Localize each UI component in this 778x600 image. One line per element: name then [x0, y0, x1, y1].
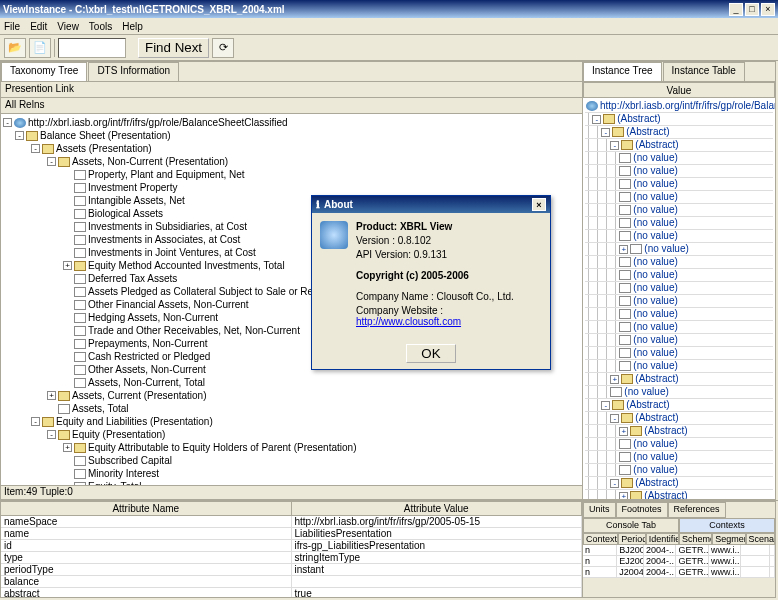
attribute-row[interactable]: periodTypeinstant: [1, 564, 582, 576]
instance-tree-item[interactable]: │ │ │ │ (no value): [585, 334, 773, 347]
presentation-link-header: Presention Link: [1, 82, 582, 98]
search-input[interactable]: [58, 38, 126, 58]
tab-instance-table[interactable]: Instance Table: [663, 62, 745, 81]
instance-tree-item[interactable]: │ │ │ │ (no value): [585, 308, 773, 321]
expand-toggle[interactable]: -: [601, 401, 610, 410]
instance-tree-item[interactable]: │ │ │ -(Abstract): [585, 139, 773, 152]
instance-tree-item[interactable]: │ │ -(Abstract): [585, 399, 773, 412]
menu-view[interactable]: View: [57, 21, 79, 32]
menu-help[interactable]: Help: [122, 21, 143, 32]
expand-toggle[interactable]: -: [610, 479, 619, 488]
expand-toggle[interactable]: +: [619, 427, 628, 436]
open-button[interactable]: 📂: [4, 38, 26, 58]
expand-toggle[interactable]: +: [63, 443, 72, 452]
attribute-row[interactable]: nameLiabilitiesPresentation: [1, 528, 582, 540]
all-relns-header[interactable]: All Relns: [1, 98, 582, 114]
tab-console[interactable]: Console Tab: [583, 518, 679, 533]
instance-tree-item[interactable]: │ │ │ │ (no value): [585, 464, 773, 477]
attribute-row[interactable]: abstracttrue: [1, 588, 582, 597]
instance-tree-item[interactable]: │ │ │ (no value): [585, 386, 773, 399]
close-button[interactable]: ×: [761, 3, 775, 16]
tree-item[interactable]: Minority Interest: [3, 467, 580, 480]
instance-tree-item[interactable]: │ │ │ │ (no value): [585, 451, 773, 464]
instance-tree-item[interactable]: │ │ │ │ (no value): [585, 178, 773, 191]
expand-toggle[interactable]: -: [592, 115, 601, 124]
instance-tree-item[interactable]: │ │ │ │ +(Abstract): [585, 490, 773, 499]
instance-tree-item[interactable]: │ │ │ +(Abstract): [585, 373, 773, 386]
instance-tree-item[interactable]: │ │ │ │ (no value): [585, 204, 773, 217]
expand-toggle[interactable]: +: [619, 492, 628, 500]
menu-file[interactable]: File: [4, 21, 20, 32]
tree-item[interactable]: Assets, Total: [3, 402, 580, 415]
instance-tree-item[interactable]: │ │ │ │ (no value): [585, 360, 773, 373]
tree-item[interactable]: -Assets (Presentation): [3, 142, 580, 155]
menu-edit[interactable]: Edit: [30, 21, 47, 32]
expand-toggle[interactable]: +: [63, 261, 72, 270]
attribute-row[interactable]: balance: [1, 576, 582, 588]
expand-toggle[interactable]: -: [610, 141, 619, 150]
instance-tree-item[interactable]: │ │ │ │ (no value): [585, 295, 773, 308]
instance-tree-item[interactable]: │ │ -(Abstract): [585, 126, 773, 139]
tab-taxonomy-tree[interactable]: Taxonomy Tree: [1, 62, 87, 81]
about-ok-button[interactable]: OK: [406, 344, 455, 363]
tab-units[interactable]: Units: [583, 502, 616, 518]
expand-toggle[interactable]: -: [610, 414, 619, 423]
expand-toggle[interactable]: -: [3, 118, 12, 127]
instance-tree[interactable]: http://xbrl.iasb.org/int/fr/ifrs/gp/role…: [583, 98, 775, 499]
instance-tree-item[interactable]: │ │ │ │ (no value): [585, 256, 773, 269]
tree-item[interactable]: +Assets, Current (Presentation): [3, 389, 580, 402]
expand-toggle[interactable]: -: [47, 430, 56, 439]
tab-instance-tree[interactable]: Instance Tree: [583, 62, 662, 81]
instance-tree-item[interactable]: │ │ │ │ (no value): [585, 191, 773, 204]
maximize-button[interactable]: □: [745, 3, 759, 16]
tree-item[interactable]: +Equity Attributable to Equity Holders o…: [3, 441, 580, 454]
instance-tree-item[interactable]: │ │ │ │ (no value): [585, 152, 773, 165]
expand-toggle[interactable]: -: [601, 128, 610, 137]
expand-toggle[interactable]: +: [619, 245, 628, 254]
tree-item[interactable]: -Balance Sheet (Presentation): [3, 129, 580, 142]
find-next-button[interactable]: Find Next: [138, 38, 209, 58]
tree-item[interactable]: Property, Plant and Equipment, Net: [3, 168, 580, 181]
attribute-row[interactable]: typestringItemType: [1, 552, 582, 564]
tree-item[interactable]: Investment Property: [3, 181, 580, 194]
instance-tree-item[interactable]: │ │ │ │ (no value): [585, 230, 773, 243]
instance-tree-item[interactable]: │ │ │ │ (no value): [585, 217, 773, 230]
expand-toggle[interactable]: -: [15, 131, 24, 140]
instance-tree-item[interactable]: │ │ │ │ (no value): [585, 282, 773, 295]
expand-toggle[interactable]: -: [31, 144, 40, 153]
tab-footnotes[interactable]: Footnotes: [616, 502, 668, 518]
tree-item[interactable]: -Equity (Presentation): [3, 428, 580, 441]
tab-references[interactable]: References: [668, 502, 726, 518]
minimize-button[interactable]: _: [729, 3, 743, 16]
tree-item[interactable]: Assets, Non-Current, Total: [3, 376, 580, 389]
about-website-link[interactable]: http://www.clousoft.com: [356, 316, 461, 327]
tool-button-2[interactable]: 📄: [29, 38, 51, 58]
tree-item[interactable]: -Assets, Non-Current (Presentation): [3, 155, 580, 168]
context-row[interactable]: nBJ20042004-..GETR..www.i..: [583, 545, 775, 556]
expand-toggle[interactable]: -: [47, 157, 56, 166]
refresh-button[interactable]: ⟳: [212, 38, 234, 58]
expand-toggle[interactable]: +: [610, 375, 619, 384]
attribute-row[interactable]: nameSpacehttp://xbrl.iasb.org/int/fr/ifr…: [1, 516, 582, 528]
instance-tree-item[interactable]: │ │ │ │ (no value): [585, 269, 773, 282]
menu-tools[interactable]: Tools: [89, 21, 112, 32]
instance-tree-item[interactable]: │ │ │ -(Abstract): [585, 412, 773, 425]
instance-tree-item[interactable]: │ │ │ │ (no value): [585, 321, 773, 334]
context-row[interactable]: nJ20042004-..GETR..www.i..: [583, 567, 775, 578]
instance-tree-item[interactable]: │ -(Abstract): [585, 113, 773, 126]
instance-tree-item[interactable]: │ │ │ │ (no value): [585, 438, 773, 451]
attribute-row[interactable]: idifrs-gp_LiabilitiesPresentation: [1, 540, 582, 552]
tree-item[interactable]: Subscribed Capital: [3, 454, 580, 467]
tab-dts-information[interactable]: DTS Information: [88, 62, 179, 81]
instance-tree-item[interactable]: │ │ │ │ +(no value): [585, 243, 773, 256]
about-close-button[interactable]: ×: [532, 198, 546, 211]
instance-tree-item[interactable]: │ │ │ │ (no value): [585, 165, 773, 178]
instance-tree-item[interactable]: │ │ │ │ (no value): [585, 347, 773, 360]
instance-tree-item[interactable]: │ │ │ -(Abstract): [585, 477, 773, 490]
instance-tree-item[interactable]: │ │ │ │ +(Abstract): [585, 425, 773, 438]
expand-toggle[interactable]: -: [31, 417, 40, 426]
context-row[interactable]: nEJ20042004-..GETR..www.i..: [583, 556, 775, 567]
expand-toggle[interactable]: +: [47, 391, 56, 400]
tree-item[interactable]: -Equity and Liabilities (Presentation): [3, 415, 580, 428]
tab-contexts[interactable]: Contexts: [679, 518, 775, 533]
